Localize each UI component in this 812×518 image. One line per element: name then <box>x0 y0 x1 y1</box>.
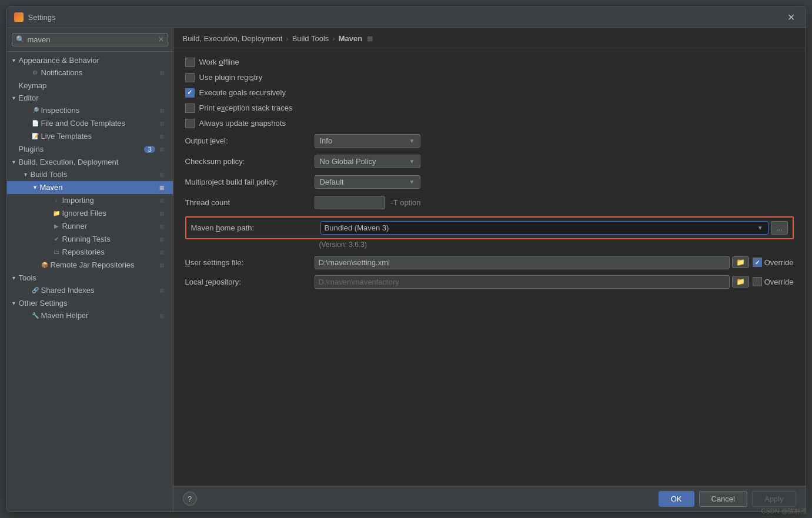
maven-home-dropdown-icon[interactable]: ▼ <box>756 225 764 231</box>
sidebar-item-live-templates[interactable]: 📝 Live Templates ▦ <box>7 130 173 143</box>
sidebar-item-editor[interactable]: ▾ Editor <box>7 92 173 104</box>
search-box: 🔍 ✕ <box>7 28 173 52</box>
thread-count-input[interactable] <box>315 196 385 209</box>
search-input-wrap[interactable]: 🔍 ✕ <box>12 33 168 46</box>
grid-icon: ▦ <box>158 183 167 192</box>
user-settings-file-value: D:\maven\setting.xml <box>319 258 726 267</box>
sidebar-item-label: Maven Helper <box>41 311 158 320</box>
checksum-policy-control: No Global Policy ▼ <box>315 155 794 168</box>
work-offline-checkbox[interactable] <box>185 58 195 67</box>
sidebar-item-tools[interactable]: ▾ Tools <box>7 272 173 284</box>
grid-icon: ▦ <box>158 132 167 141</box>
sidebar-item-label: Tools <box>19 273 168 282</box>
run-icon: ▶ <box>52 222 61 231</box>
ok-button[interactable]: OK <box>659 491 694 507</box>
execute-goals-row: Execute goals recursively <box>185 88 794 98</box>
maven-home-row: Maven home path: ▼ ... <box>185 216 794 239</box>
user-settings-file-row: User settings file: D:\maven\setting.xml… <box>185 256 794 269</box>
checksum-policy-select[interactable]: No Global Policy ▼ <box>315 155 420 168</box>
file-icon: 📄 <box>31 119 40 128</box>
use-plugin-registry-row: Use plugin registry <box>185 73 794 82</box>
user-settings-browse-button[interactable]: 📁 <box>732 256 749 268</box>
dropdown-arrow-icon: ▼ <box>409 138 415 144</box>
multiproject-build-select[interactable]: Default ▼ <box>315 175 420 189</box>
sidebar-item-build-exec-deploy[interactable]: ▾ Build, Execution, Deployment <box>7 156 173 168</box>
arrow-icon: ▾ <box>9 95 19 101</box>
local-repository-value: D:\maven\mavenfactory <box>319 278 726 286</box>
help-button[interactable]: ? <box>183 492 197 506</box>
sidebar-item-plugins[interactable]: Plugins 3 ▦ <box>7 143 173 156</box>
sidebar-item-importing[interactable]: ↓ Importing ▦ <box>7 194 173 207</box>
dropdown-arrow-icon: ▼ <box>409 158 415 165</box>
grid-icon: ▦ <box>158 145 167 154</box>
search-input[interactable] <box>28 35 158 44</box>
user-settings-override-checkbox[interactable] <box>753 258 762 267</box>
bottom-bar: ? OK Cancel Apply <box>173 486 806 512</box>
user-settings-override-label: Override <box>764 258 794 267</box>
work-offline-row: Work offline <box>185 58 794 67</box>
maven-home-browse-button[interactable]: ... <box>771 221 788 235</box>
sidebar-item-label: Keymap <box>19 81 168 90</box>
sidebar-item-ignored-files[interactable]: 📁 Ignored Files ▦ <box>7 207 173 220</box>
breadcrumb-part-1[interactable]: Build, Execution, Deployment <box>183 34 283 43</box>
main-content: 🔍 ✕ ▾ Appearance & Behavior <box>7 28 806 512</box>
maven-home-input-wrap: ▼ <box>320 221 768 235</box>
breadcrumb-part-3[interactable]: Maven <box>339 34 362 43</box>
close-button[interactable]: ✕ <box>784 10 798 24</box>
print-exception-checkbox[interactable] <box>185 103 195 113</box>
search-clear-icon[interactable]: ✕ <box>158 35 164 44</box>
apply-button[interactable]: Apply <box>752 491 796 507</box>
sidebar-item-notifications[interactable]: ⚙ Notifications ▦ <box>7 66 173 79</box>
sidebar-item-label: Repositories <box>62 248 158 256</box>
index-icon: 🔗 <box>31 286 40 295</box>
sidebar-item-build-tools[interactable]: ▾ Build Tools ▦ <box>7 168 173 181</box>
sidebar-item-label: Runner <box>62 222 158 230</box>
sidebar-item-runner[interactable]: ▶ Runner ▦ <box>7 220 173 233</box>
output-level-select[interactable]: Info ▼ <box>315 134 420 148</box>
user-settings-file-label: User settings file: <box>185 258 315 267</box>
grid-icon: ▦ <box>158 119 167 128</box>
sidebar-item-file-code-templates[interactable]: 📄 File and Code Templates ▦ <box>7 117 173 130</box>
sidebar-item-label: Inspections <box>41 106 158 115</box>
local-repository-row: Local repository: D:\maven\mavenfactory … <box>185 275 794 289</box>
grid-icon: ▦ <box>158 209 167 218</box>
use-plugin-registry-checkbox[interactable] <box>185 73 195 82</box>
local-repository-browse-button[interactable]: 📁 <box>732 276 749 288</box>
settings-content: Work offline Use plugin registry Execute… <box>173 48 806 486</box>
sidebar-item-maven-helper[interactable]: 🔧 Maven Helper ▦ <box>7 309 173 322</box>
sidebar-item-appearance[interactable]: ▾ Appearance & Behavior <box>7 54 173 66</box>
sidebar-item-other-settings[interactable]: ▾ Other Settings <box>7 297 173 309</box>
sidebar-item-maven[interactable]: ▾ Maven ▦ <box>7 181 173 194</box>
sidebar-item-remote-jar-repos[interactable]: 📦 Remote Jar Repositories ▦ <box>7 259 173 272</box>
sidebar-item-label: Running Tests <box>62 235 158 243</box>
file-icon: 📁 <box>52 209 61 218</box>
multiproject-build-value: Default <box>320 178 409 186</box>
always-update-checkbox[interactable] <box>185 119 195 128</box>
sidebar-item-label: Editor <box>19 93 168 102</box>
breadcrumb: Build, Execution, Deployment › Build Too… <box>173 28 806 48</box>
arrow-icon: ▾ <box>31 184 40 191</box>
sidebar-tree: ▾ Appearance & Behavior ⚙ Notifications … <box>7 52 173 512</box>
output-level-value: Info <box>320 136 409 145</box>
sidebar-item-shared-indexes[interactable]: 🔗 Shared Indexes ▦ <box>7 284 173 297</box>
sidebar-item-repositories[interactable]: 🗂 Repositories ▦ <box>7 246 173 259</box>
maven-home-input[interactable] <box>325 223 756 232</box>
local-repository-override-checkbox[interactable] <box>753 277 762 286</box>
jar-icon: 📦 <box>40 260 49 270</box>
sidebar-item-label: File and Code Templates <box>41 119 158 128</box>
sidebar-item-inspections[interactable]: 🔎 Inspections ▦ <box>7 104 173 117</box>
thread-count-label: Thread count <box>185 198 315 207</box>
breadcrumb-part-2[interactable]: Build Tools <box>292 34 329 43</box>
sidebar-item-running-tests[interactable]: ✔ Running Tests ▦ <box>7 233 173 246</box>
breadcrumb-separator: › <box>286 34 288 43</box>
sidebar-item-label: Shared Indexes <box>41 286 158 295</box>
sidebar-item-keymap[interactable]: Keymap <box>7 79 173 92</box>
watermark: CSDN @陈标淮 <box>761 507 807 516</box>
execute-goals-checkbox[interactable] <box>185 88 195 98</box>
dropdown-arrow-icon: ▼ <box>409 179 415 185</box>
grid-icon: ▦ <box>158 170 167 179</box>
execute-goals-label: Execute goals recursively <box>199 88 286 97</box>
checksum-policy-row: Checksum policy: No Global Policy ▼ <box>185 155 794 168</box>
sidebar-item-label: Notifications <box>41 68 158 77</box>
cancel-button[interactable]: Cancel <box>699 491 747 507</box>
